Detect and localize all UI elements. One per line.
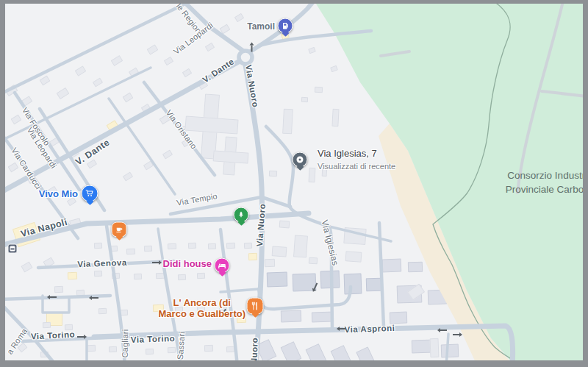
bed-icon [218,261,227,271]
oneway-arrow-icon [152,262,159,263]
poi-label-ancora[interactable]: L' Ancora (di Marco e Gualberto) [159,297,245,319]
window-border-top [0,0,588,4]
shop-marker-vivo-mio[interactable] [82,185,98,202]
street-label-via-genova: Via Genova [77,258,127,268]
poi-label-ancora-line2: Marco e Gualberto) [159,308,245,319]
gas-pump-icon [281,21,290,30]
shopping-cart-icon [85,189,95,199]
area-label-line1: Consorzio Industrial [485,168,588,182]
street-label-cagliari: Cagliari [121,329,130,357]
recent-place-dot-icon [297,157,304,163]
window-border-left [0,0,5,367]
poi-label-tamoil[interactable]: Tamoil [247,21,275,32]
street-label-via-asproni: Via Asproni [344,324,395,334]
area-label-consorzio: Consorzio Industrial Provinciale Carboni… [485,168,588,196]
cafe-marker[interactable] [112,222,127,238]
oneway-arrow-icon [92,297,98,299]
street-label-via-torino-right: Via Torino [131,334,176,344]
window-border-bottom [0,360,588,367]
oneway-arrow-icon [440,329,447,331]
poi-label-ancora-line1: L' Ancora (di [159,297,245,308]
tree-icon [237,210,246,220]
window-border-right [583,0,588,367]
coffee-cup-icon [115,225,123,234]
recent-place-marker[interactable] [293,152,308,168]
fork-knife-icon [251,302,260,311]
oneway-arrow-icon [251,46,253,52]
recent-place-subtitle: Visualizzati di recente [318,162,395,171]
map-canvas[interactable]: le Regioni Via Leopardi V. Dante Via Nuo… [0,0,588,367]
gas-station-marker-tamoil[interactable] [278,18,293,34]
oneway-arrow-icon [453,334,459,335]
park-marker[interactable] [234,207,249,223]
restaurant-marker-ancora[interactable] [247,298,264,315]
oneway-arrow-icon [77,336,84,338]
lodging-marker-didi-house[interactable] [215,258,230,274]
oneway-arrow-icon [340,328,346,329]
poi-label-vivo-mio[interactable]: Vivo Mio [39,188,78,199]
oneway-arrow-icon [50,296,57,298]
bus-stop-icon[interactable] [8,244,18,254]
area-label-line2: Provinciale Carbonia [485,182,588,196]
poi-label-didi-house[interactable]: Didi house [163,258,212,269]
recent-place-title[interactable]: Via Iglesias, 7 [318,148,377,159]
